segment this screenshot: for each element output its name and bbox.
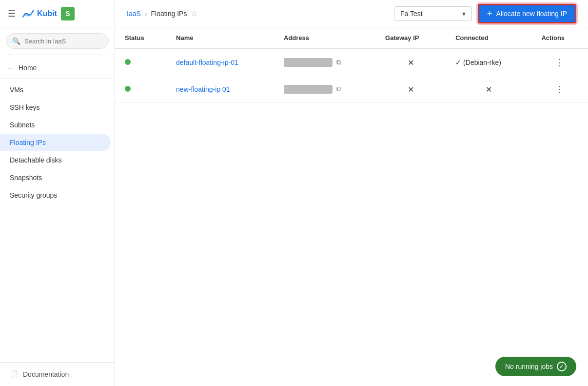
sidebar-item-subnets[interactable]: Subnets (0, 116, 115, 134)
search-box[interactable]: 🔍 (6, 33, 109, 49)
floating-ips-table: Status Name Address Gateway IP Connected… (115, 27, 588, 103)
sidebar-item-label: SSH keys (10, 103, 39, 111)
row2-status-cell (115, 76, 166, 103)
s-logo: S (61, 7, 75, 20)
hamburger-icon[interactable]: ☰ (8, 8, 16, 19)
search-icon: 🔍 (12, 37, 20, 45)
ip-name-link[interactable]: default-floating-ip-01 (176, 59, 238, 66)
arrow-left-icon: ← (8, 64, 15, 72)
breadcrumb-current: Floating IPs (151, 10, 187, 18)
connected-status: ✓ (Debian-rke) (455, 59, 501, 66)
search-input[interactable] (24, 38, 102, 45)
breadcrumb: IaaS › Floating IPs ☆ (127, 9, 197, 18)
ip-address-masked (284, 58, 333, 67)
breadcrumb-parent[interactable]: IaaS (127, 10, 141, 18)
row1-gateway-cell: ✕ (375, 49, 446, 76)
column-header-status: Status (115, 27, 166, 49)
status-active-dot (125, 86, 131, 92)
gateway-x-mark: ✕ (408, 85, 414, 94)
connected-x-mark: ✕ (486, 85, 492, 94)
star-icon[interactable]: ☆ (191, 9, 197, 18)
ip-name-link[interactable]: new-floating-ip 01 (176, 85, 230, 93)
row1-name-cell: default-floating-ip-01 (166, 49, 274, 76)
sidebar-item-home[interactable]: ← Home (0, 59, 115, 77)
sidebar-item-label: Snapshots (10, 174, 42, 182)
column-header-address: Address (274, 27, 375, 49)
column-header-name: Name (166, 27, 274, 49)
row-actions-menu-button[interactable]: ⋮ (551, 56, 568, 69)
topbar: IaaS › Floating IPs ☆ Fa Test ▾ + Alloca… (115, 0, 588, 27)
project-name: Fa Test (400, 10, 423, 18)
check-circle-icon: ✓ (557, 362, 567, 371)
documentation-link[interactable]: 📄 Documentation (10, 370, 105, 378)
document-icon: 📄 (10, 370, 18, 378)
plus-icon: + (487, 9, 492, 18)
allocate-button-label: Allocate new floating IP (496, 10, 567, 18)
table-header-row: Status Name Address Gateway IP Connected… (115, 27, 588, 49)
documentation-label: Documentation (23, 370, 69, 378)
sidebar-footer: 📄 Documentation (0, 362, 115, 386)
sidebar-item-label: Floating IPs (10, 139, 46, 146)
sidebar: ☰ Kubit S 🔍 ← Home VMs (0, 0, 115, 386)
kubit-logo: Kubit (21, 7, 57, 20)
sidebar-item-label: Home (19, 64, 37, 72)
content-area: Status Name Address Gateway IP Connected… (115, 27, 588, 386)
sidebar-nav: ← Home VMs SSH keys Subnets Floating IPs… (0, 55, 115, 362)
no-running-jobs-label: No running jobs (505, 363, 553, 370)
column-header-actions: Actions (531, 27, 588, 49)
table-row: new-floating-ip 01 ⧉ ✕ ✕ ⋮ (115, 76, 588, 103)
row-actions-menu-button[interactable]: ⋮ (551, 82, 568, 96)
sidebar-item-snapshots[interactable]: Snapshots (0, 169, 115, 186)
row1-status-cell (115, 49, 166, 76)
row2-name-cell: new-floating-ip 01 (166, 76, 274, 103)
sidebar-item-label: Subnets (10, 121, 35, 129)
sidebar-header: ☰ Kubit S (0, 0, 115, 27)
table-row: default-floating-ip-01 ⧉ ✕ ✓ (Debian-rke… (115, 49, 588, 76)
row2-gateway-cell: ✕ (375, 76, 446, 103)
sidebar-item-security-groups[interactable]: Security groups (0, 186, 115, 204)
breadcrumb-separator: › (145, 10, 147, 18)
sidebar-item-detachable-disks[interactable]: Detachable disks (0, 151, 115, 169)
logo-area: Kubit S (21, 7, 75, 20)
row1-connected-cell: ✓ (Debian-rke) (446, 49, 531, 76)
main-content: IaaS › Floating IPs ☆ Fa Test ▾ + Alloca… (115, 0, 588, 386)
nav-divider (0, 79, 115, 79)
chevron-down-icon: ▾ (462, 10, 466, 18)
allocate-floating-ip-button[interactable]: + Allocate new floating IP (478, 4, 576, 23)
gateway-x-mark: ✕ (408, 59, 414, 67)
sidebar-item-vms[interactable]: VMs (0, 81, 115, 99)
row2-actions-cell: ⋮ (531, 76, 588, 103)
copy-icon[interactable]: ⧉ (336, 85, 341, 93)
running-jobs-status: No running jobs ✓ (495, 357, 576, 376)
sidebar-item-ssh-keys[interactable]: SSH keys (0, 99, 115, 116)
column-header-gateway: Gateway IP (375, 27, 446, 49)
column-header-connected: Connected (446, 27, 531, 49)
topbar-right: Fa Test ▾ + Allocate new floating IP (394, 4, 576, 23)
sidebar-item-label: VMs (10, 86, 23, 94)
project-selector[interactable]: Fa Test ▾ (394, 6, 472, 21)
ip-address-masked (284, 85, 333, 94)
status-active-dot (125, 59, 131, 65)
row2-connected-cell: ✕ (446, 76, 531, 103)
row2-address-cell: ⧉ (274, 76, 375, 103)
sidebar-item-label: Detachable disks (10, 156, 62, 164)
copy-icon[interactable]: ⧉ (336, 58, 341, 66)
sidebar-item-label: Security groups (10, 191, 57, 199)
row1-actions-cell: ⋮ (531, 49, 588, 76)
row1-address-cell: ⧉ (274, 49, 375, 76)
kubit-logo-text: Kubit (37, 9, 57, 18)
sidebar-item-floating-ips[interactable]: Floating IPs (0, 134, 111, 151)
kubit-logo-icon (21, 7, 35, 20)
